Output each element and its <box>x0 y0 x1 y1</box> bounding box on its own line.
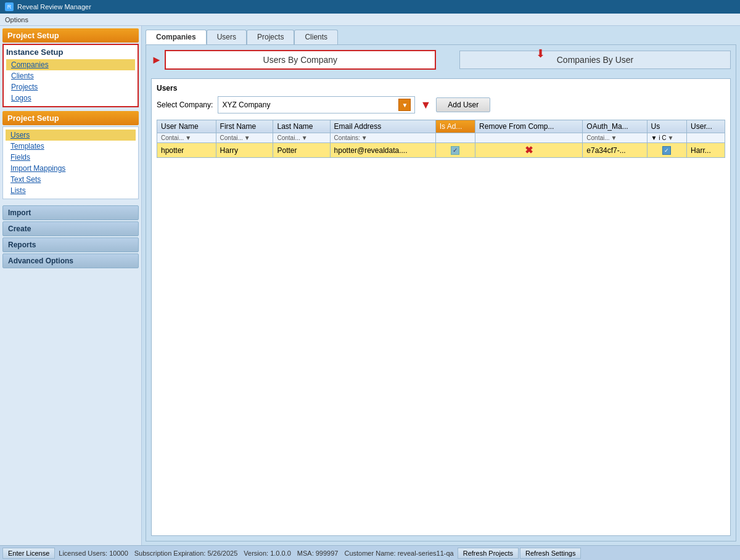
sidebar-item-clients[interactable]: Clients <box>6 70 135 81</box>
tab-clients[interactable]: Clients <box>294 30 338 44</box>
us-checkbox[interactable]: ✓ <box>662 146 671 155</box>
cell-username: hpotter <box>157 143 216 158</box>
sidebar-item-users[interactable]: Users <box>6 130 136 141</box>
customer-text: Customer Name: reveal-series11-qa <box>342 550 456 557</box>
cell-oauth: e7a34cf7-... <box>583 143 647 158</box>
filter-email: Contains: ▼ <box>330 133 435 143</box>
main-panel: ► Users By Company Companies By User Use… <box>146 44 736 541</box>
instance-setup-title: Instance Setup <box>6 47 135 57</box>
sidebar-create[interactable]: Create <box>2 221 139 236</box>
app-title: Reveal Review Manager <box>17 3 91 10</box>
sidebar-item-lists[interactable]: Lists <box>6 185 136 196</box>
filter-firstname: Contai... ▼ <box>216 133 273 143</box>
arrow-annotation-2: ▼ <box>420 99 431 112</box>
app-icon: R <box>5 2 14 11</box>
sidebar-advanced-options[interactable]: Advanced Options <box>2 253 139 268</box>
table-header-row: User Name First Name Last Name Email Add… <box>157 120 725 133</box>
tab-companies[interactable]: Companies <box>146 30 207 44</box>
filter-username: Contai... ▼ <box>157 133 216 143</box>
arrow-annotation-1: ► <box>151 54 162 67</box>
sidebar-item-companies[interactable]: Companies <box>6 59 135 70</box>
cell-remove[interactable]: ✖ <box>475 143 583 158</box>
filter-user2 <box>687 133 725 143</box>
table-row: hpotter Harry Potter hpotter@revealdata.… <box>157 143 725 158</box>
main-layout: Project Setup Instance Setup Companies C… <box>0 26 740 545</box>
select-company-label: Select Company: <box>157 101 213 109</box>
users-section-title: Users <box>157 84 725 93</box>
sidebar: Project Setup Instance Setup Companies C… <box>0 26 142 545</box>
cell-user2: Harr... <box>687 143 725 158</box>
sidebar-item-import-mappings[interactable]: Import Mappings <box>6 163 136 174</box>
msa-text: MSA: 999997 <box>295 550 341 557</box>
users-by-company-btn[interactable]: Users By Company <box>165 50 436 70</box>
filter-row: Contai... ▼ Contai... ▼ <box>157 133 725 143</box>
sidebar-item-projects[interactable]: Projects <box>6 81 135 93</box>
refresh-settings-btn[interactable]: Refresh Settings <box>520 548 581 559</box>
filter-isadmin <box>435 133 475 143</box>
enter-license-btn[interactable]: Enter License <box>2 548 55 559</box>
companies-by-user-btn[interactable]: Companies By User <box>459 51 731 69</box>
sidebar-item-text-sets[interactable]: Text Sets <box>6 174 136 185</box>
filter-oauth: Contai... ▼ <box>583 133 647 143</box>
sidebar-bottom: Import Create Reports Advanced Options <box>2 205 139 270</box>
status-bar: Enter License Licensed Users: 10000 Subs… <box>0 545 740 560</box>
sidebar-item-logos[interactable]: Logos <box>6 93 135 104</box>
instance-setup-group: Instance Setup Companies Clients Project… <box>2 44 139 107</box>
sidebar-reports[interactable]: Reports <box>2 237 139 252</box>
options-label: Options <box>5 16 28 23</box>
tabs-bar: Companies Users Projects Clients <box>146 30 736 44</box>
cell-isadmin[interactable]: ✓ <box>435 143 475 158</box>
sidebar-item-fields[interactable]: Fields <box>6 152 136 163</box>
data-table: User Name First Name Last Name Email Add… <box>157 120 725 158</box>
isadmin-checkbox[interactable]: ✓ <box>451 146 459 155</box>
select-company-row: Select Company: XYZ Company ▼ ▼ Add User <box>157 96 725 113</box>
cell-lastname: Potter <box>273 143 330 158</box>
licensed-users-text: Licensed Users: 10000 <box>56 550 131 557</box>
view-toggle-container: ► Users By Company Companies By User <box>151 50 731 70</box>
cell-firstname: Harry <box>216 143 273 158</box>
col-oauth: OAuth_Ma... <box>583 120 647 133</box>
tab-users[interactable]: Users <box>207 30 247 44</box>
col-lastname: Last Name <box>273 120 330 133</box>
title-bar: R Reveal Review Manager <box>0 0 740 14</box>
options-bar: Options <box>0 14 740 26</box>
col-email: Email Address <box>330 120 435 133</box>
users-section: Users Select Company: XYZ Company ▼ ▼ Ad… <box>151 78 731 536</box>
add-user-button[interactable]: Add User <box>436 97 490 112</box>
tab-projects[interactable]: Projects <box>247 30 294 44</box>
col-remove: Remove From Comp... <box>475 120 583 133</box>
col-user2: User... <box>687 120 725 133</box>
filter-remove <box>475 133 583 143</box>
version-text: Version: 1.0.0.0 <box>241 550 293 557</box>
selected-company-text: XYZ Company <box>222 101 398 109</box>
company-select[interactable]: XYZ Company ▼ <box>218 96 415 113</box>
col-firstname: First Name <box>216 120 273 133</box>
cell-email: hpotter@revealdata.... <box>330 143 435 158</box>
filter-us: ▼ i C ▼ <box>647 133 687 143</box>
refresh-projects-btn[interactable]: Refresh Projects <box>458 548 519 559</box>
subscription-text: Subscription Expiration: 5/26/2025 <box>132 550 240 557</box>
sidebar-item-templates[interactable]: Templates <box>6 141 136 152</box>
filter-lastname: Contai... ▼ <box>273 133 330 143</box>
col-us: Us <box>647 120 687 133</box>
col-isadmin: Is Ad... <box>435 120 475 133</box>
sidebar-import[interactable]: Import <box>2 205 139 220</box>
project-setup-group: Users Templates Fields Import Mappings T… <box>2 126 139 199</box>
project-setup-subheader: Project Setup <box>2 111 139 125</box>
content-area: Companies Users Projects Clients ► Users… <box>142 26 740 545</box>
cell-us[interactable]: ✓ <box>647 143 687 158</box>
remove-x-icon[interactable]: ✖ <box>525 144 533 156</box>
project-setup-header: Project Setup <box>2 28 139 43</box>
company-dropdown-arrow[interactable]: ▼ <box>398 99 411 111</box>
col-username: User Name <box>157 120 216 133</box>
